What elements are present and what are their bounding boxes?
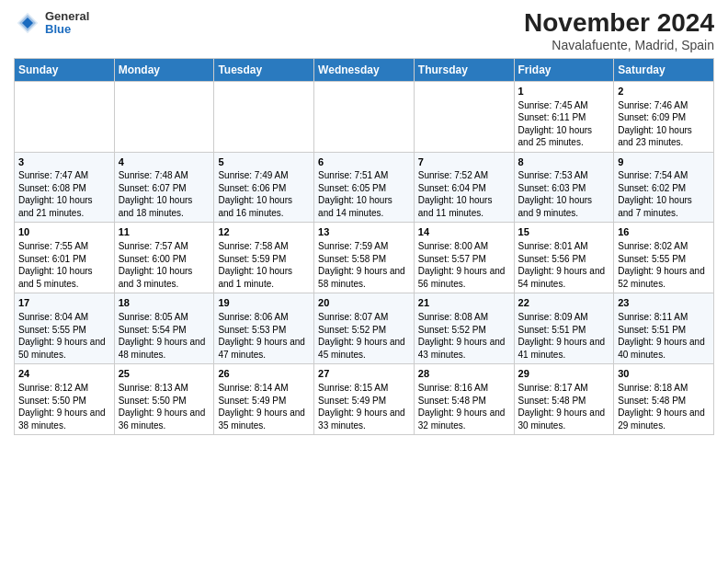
calendar-cell: 19Sunrise: 8:06 AMSunset: 5:53 PMDayligh… (214, 293, 314, 364)
day-info-line: Daylight: 9 hours and 33 minutes. (318, 407, 410, 431)
day-info-line: Sunrise: 7:52 AM (418, 169, 510, 182)
day-info-line: Daylight: 9 hours and 56 minutes. (418, 265, 510, 290)
calendar-cell: 9Sunrise: 7:54 AMSunset: 6:02 PMDaylight… (614, 152, 714, 223)
day-info-line: Daylight: 9 hours and 58 minutes. (318, 265, 410, 290)
calendar-header-tuesday: Tuesday (214, 58, 314, 81)
day-info-line: Sunrise: 7:45 AM (518, 99, 610, 112)
day-info-line: Sunset: 6:00 PM (119, 253, 210, 266)
logo-blue: Blue (45, 23, 89, 36)
day-info-line: Sunrise: 7:55 AM (18, 240, 110, 253)
day-number: 14 (418, 225, 510, 239)
day-info-line: Sunrise: 8:07 AM (318, 311, 410, 324)
day-info-line: Sunrise: 7:53 AM (518, 169, 610, 182)
day-info-line: Daylight: 9 hours and 35 minutes. (218, 407, 310, 431)
day-number: 15 (518, 225, 610, 239)
calendar-cell: 17Sunrise: 8:04 AMSunset: 5:55 PMDayligh… (15, 293, 115, 364)
calendar-cell: 20Sunrise: 8:07 AMSunset: 5:52 PMDayligh… (314, 293, 415, 364)
day-number: 23 (618, 296, 710, 310)
calendar-cell: 2Sunrise: 7:46 AMSunset: 6:09 PMDaylight… (614, 81, 714, 152)
calendar-header-monday: Monday (114, 58, 214, 81)
calendar-cell: 30Sunrise: 8:18 AMSunset: 5:48 PMDayligh… (614, 364, 714, 435)
day-info-line: Daylight: 9 hours and 32 minutes. (418, 407, 510, 431)
day-number: 19 (218, 296, 310, 310)
day-info-line: Daylight: 10 hours and 18 minutes. (119, 194, 210, 219)
day-info-line: Sunset: 5:55 PM (618, 253, 710, 266)
day-info-line: Daylight: 9 hours and 50 minutes. (18, 336, 110, 361)
day-info-line: Daylight: 10 hours and 25 minutes. (518, 124, 610, 149)
day-info-line: Daylight: 10 hours and 3 minutes. (119, 265, 210, 290)
calendar-header-saturday: Saturday (614, 58, 714, 81)
day-info-line: Sunset: 5:50 PM (119, 395, 210, 408)
day-number: 4 (119, 155, 210, 169)
day-info-line: Daylight: 9 hours and 54 minutes. (518, 265, 610, 290)
day-info-line: Sunrise: 7:49 AM (218, 169, 310, 182)
day-info-line: Sunrise: 8:08 AM (418, 311, 510, 324)
day-number: 25 (119, 367, 210, 381)
day-info-line: Sunrise: 8:04 AM (18, 311, 110, 324)
day-info-line: Sunrise: 7:46 AM (618, 99, 710, 112)
day-info-line: Sunrise: 7:58 AM (218, 240, 310, 253)
day-info-line: Daylight: 9 hours and 52 minutes. (618, 265, 710, 290)
calendar-cell: 4Sunrise: 7:48 AMSunset: 6:07 PMDaylight… (114, 152, 214, 223)
day-info-line: Daylight: 10 hours and 9 minutes. (518, 194, 610, 219)
calendar-cell: 28Sunrise: 8:16 AMSunset: 5:48 PMDayligh… (414, 364, 514, 435)
day-info-line: Sunset: 6:03 PM (518, 182, 610, 195)
day-info-line: Daylight: 9 hours and 29 minutes. (618, 407, 710, 431)
day-info-line: Sunrise: 8:12 AM (18, 382, 110, 395)
calendar-cell: 23Sunrise: 8:11 AMSunset: 5:51 PMDayligh… (614, 293, 714, 364)
calendar-cell: 15Sunrise: 8:01 AMSunset: 5:56 PMDayligh… (514, 223, 614, 293)
calendar-header-sunday: Sunday (15, 58, 115, 81)
calendar-cell: 7Sunrise: 7:52 AMSunset: 6:04 PMDaylight… (414, 152, 514, 223)
calendar-week-row: 1Sunrise: 7:45 AMSunset: 6:11 PMDaylight… (15, 81, 714, 152)
day-info-line: Daylight: 10 hours and 7 minutes. (618, 194, 710, 219)
calendar-cell: 8Sunrise: 7:53 AMSunset: 6:03 PMDaylight… (514, 152, 614, 223)
day-number: 10 (18, 225, 110, 239)
day-info-line: Sunset: 6:09 PM (618, 111, 710, 124)
day-number: 30 (618, 367, 710, 381)
calendar-week-row: 24Sunrise: 8:12 AMSunset: 5:50 PMDayligh… (15, 364, 714, 435)
day-info-line: Sunrise: 7:54 AM (618, 169, 710, 182)
calendar-cell: 14Sunrise: 8:00 AMSunset: 5:57 PMDayligh… (414, 223, 514, 293)
day-info-line: Sunset: 5:57 PM (418, 253, 510, 266)
day-info-line: Sunset: 6:11 PM (518, 111, 610, 124)
calendar-header-friday: Friday (514, 58, 614, 81)
day-info-line: Sunset: 6:07 PM (119, 182, 210, 195)
page-title: November 2024 (524, 9, 714, 38)
day-info-line: Daylight: 9 hours and 30 minutes. (518, 407, 610, 431)
day-info-line: Daylight: 9 hours and 36 minutes. (119, 407, 210, 431)
calendar-week-row: 3Sunrise: 7:47 AMSunset: 6:08 PMDaylight… (15, 152, 714, 223)
calendar-cell: 3Sunrise: 7:47 AMSunset: 6:08 PMDaylight… (15, 152, 115, 223)
day-info-line: Daylight: 10 hours and 11 minutes. (418, 194, 510, 219)
calendar-cell: 11Sunrise: 7:57 AMSunset: 6:00 PMDayligh… (114, 223, 214, 293)
day-info-line: Sunrise: 8:01 AM (518, 240, 610, 253)
day-info-line: Sunset: 5:52 PM (318, 324, 410, 337)
calendar-cell: 5Sunrise: 7:49 AMSunset: 6:06 PMDaylight… (214, 152, 314, 223)
page-subtitle: Navalafuente, Madrid, Spain (524, 38, 714, 52)
day-info-line: Sunset: 6:08 PM (18, 182, 110, 195)
calendar-cell (15, 81, 115, 152)
calendar-cell: 1Sunrise: 7:45 AMSunset: 6:11 PMDaylight… (514, 81, 614, 152)
day-info-line: Sunrise: 7:59 AM (318, 240, 410, 253)
day-info-line: Sunrise: 8:02 AM (618, 240, 710, 253)
calendar-cell: 24Sunrise: 8:12 AMSunset: 5:50 PMDayligh… (15, 364, 115, 435)
calendar-cell: 18Sunrise: 8:05 AMSunset: 5:54 PMDayligh… (114, 293, 214, 364)
day-info-line: Sunrise: 8:16 AM (418, 382, 510, 395)
day-info-line: Daylight: 10 hours and 5 minutes. (18, 265, 110, 290)
day-info-line: Sunset: 6:06 PM (218, 182, 310, 195)
day-info-line: Sunset: 5:55 PM (18, 324, 110, 337)
day-info-line: Sunrise: 8:11 AM (618, 311, 710, 324)
title-area: November 2024 Navalafuente, Madrid, Spai… (524, 9, 714, 52)
day-info-line: Sunset: 6:05 PM (318, 182, 410, 195)
day-info-line: Sunset: 5:53 PM (218, 324, 310, 337)
day-number: 7 (418, 155, 510, 169)
day-info-line: Sunrise: 7:57 AM (119, 240, 210, 253)
day-info-line: Daylight: 9 hours and 38 minutes. (18, 407, 110, 431)
day-info-line: Sunset: 5:48 PM (618, 395, 710, 408)
calendar-cell: 13Sunrise: 7:59 AMSunset: 5:58 PMDayligh… (314, 223, 415, 293)
day-info-line: Sunset: 6:01 PM (18, 253, 110, 266)
day-info-line: Daylight: 10 hours and 14 minutes. (318, 194, 410, 219)
day-number: 26 (218, 367, 310, 381)
calendar-cell: 27Sunrise: 8:15 AMSunset: 5:49 PMDayligh… (314, 364, 415, 435)
day-number: 13 (318, 225, 410, 239)
calendar-week-row: 10Sunrise: 7:55 AMSunset: 6:01 PMDayligh… (15, 223, 714, 293)
